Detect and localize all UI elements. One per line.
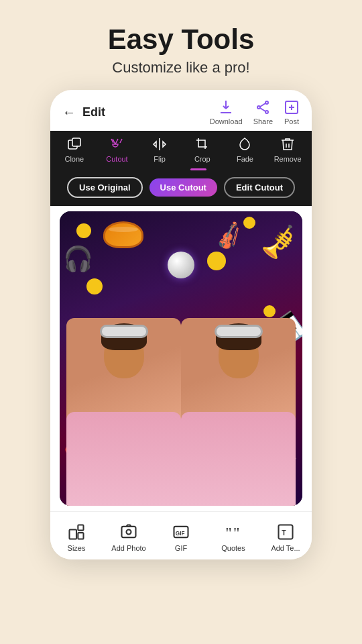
photo-background: 🎻 🎺 🎹 🎧 🎸 🎸 📯 <box>60 211 302 506</box>
clone-label: Clone <box>64 155 84 163</box>
svg-text:": " <box>225 524 232 541</box>
svg-text:GIF: GIF <box>176 530 185 536</box>
sizes-icon <box>67 523 86 541</box>
add-text-label: Add Te... <box>271 544 300 552</box>
svg-text:T: T <box>282 528 286 536</box>
tool-cutout[interactable]: Cutout <box>99 136 134 163</box>
crop-icon <box>194 136 210 152</box>
person-right <box>181 318 296 506</box>
add-photo-label: Add Photo <box>111 544 145 552</box>
share-action[interactable]: Share <box>253 99 273 125</box>
gif-icon: GIF <box>172 523 190 541</box>
flip-icon <box>152 136 168 152</box>
page-header: Easy Tools Customize like a pro! <box>95 0 268 90</box>
svg-rect-9 <box>70 529 77 539</box>
svg-line-4 <box>260 108 265 111</box>
disco-ball <box>168 252 194 278</box>
tool-clone[interactable]: Clone <box>57 136 92 163</box>
flip-label: Flip <box>154 155 166 163</box>
svg-point-1 <box>257 106 260 109</box>
tool-flip[interactable]: Flip <box>142 136 177 163</box>
top-bar: ← Edit Download Share Post <box>50 90 312 131</box>
nav-quotes[interactable]: " " Quotes <box>212 523 255 552</box>
remove-icon <box>280 136 296 152</box>
person-left <box>66 318 181 506</box>
svg-point-2 <box>265 111 268 113</box>
phone-mockup: ← Edit Download Share Post <box>50 90 312 559</box>
svg-point-13 <box>127 529 131 534</box>
top-bar-left: ← Edit <box>62 105 105 120</box>
top-bar-right: Download Share Post <box>210 99 300 125</box>
svg-rect-10 <box>78 525 83 530</box>
add-text-icon: T <box>276 523 295 541</box>
headphones-sticker: 🎧 <box>63 245 93 273</box>
nav-gif[interactable]: GIF GIF <box>160 523 202 552</box>
post-label: Post <box>284 117 299 125</box>
svg-line-3 <box>260 103 265 107</box>
svg-line-8 <box>120 139 122 143</box>
share-label: Share <box>253 117 273 125</box>
download-action[interactable]: Download <box>210 99 243 125</box>
trumpet-sticker: 🎺 <box>257 222 300 263</box>
nav-add-photo[interactable]: Add Photo <box>107 523 150 552</box>
svg-rect-11 <box>78 533 83 539</box>
drum-sticker <box>103 221 143 248</box>
remove-label: Remove <box>274 155 302 163</box>
people-area <box>60 305 302 506</box>
violin-sticker: 🎻 <box>212 219 246 252</box>
page-title: Easy Tools <box>108 24 255 55</box>
tool-remove[interactable]: Remove <box>270 136 305 163</box>
quotes-icon: " " <box>224 523 243 541</box>
use-original-button[interactable]: Use Original <box>67 177 143 198</box>
page-subtitle: Customize like a pro! <box>108 59 255 76</box>
image-canvas: 🎻 🎺 🎹 🎧 🎸 🎸 📯 <box>60 211 302 506</box>
nav-sizes[interactable]: Sizes <box>55 523 98 552</box>
svg-rect-6 <box>72 138 80 146</box>
share-icon <box>255 99 271 115</box>
bottom-nav: Sizes Add Photo GIF GIF " " Quotes <box>50 511 312 559</box>
post-icon <box>284 99 300 115</box>
svg-text:": " <box>233 524 240 541</box>
download-label: Download <box>210 117 243 125</box>
quotes-label: Quotes <box>221 544 245 552</box>
svg-rect-12 <box>122 527 136 537</box>
fade-label: Fade <box>237 155 253 163</box>
cutout-options: Use Original Use Cutout Edit Cutout <box>50 172 312 206</box>
sizes-label: Sizes <box>68 544 86 552</box>
tool-fade[interactable]: Fade <box>227 136 262 163</box>
cutout-icon <box>109 136 125 152</box>
post-action[interactable]: Post <box>284 99 300 125</box>
nav-add-text[interactable]: T Add Te... <box>264 523 307 552</box>
edit-cutout-button[interactable]: Edit Cutout <box>224 177 295 198</box>
edit-label: Edit <box>82 105 105 119</box>
fade-icon <box>237 136 253 152</box>
gif-label: GIF <box>175 544 187 552</box>
crop-label: Crop <box>194 155 210 163</box>
back-button[interactable]: ← <box>62 105 76 120</box>
use-cutout-button[interactable]: Use Cutout <box>149 178 217 197</box>
image-area: 🎻 🎺 🎹 🎧 🎸 🎸 📯 <box>60 211 302 506</box>
cutout-label: Cutout <box>106 155 127 163</box>
add-photo-icon <box>119 523 138 541</box>
clone-icon <box>66 136 82 152</box>
tool-bar: Clone Cutout Flip Crop Fad <box>50 131 312 168</box>
download-icon <box>218 99 234 115</box>
svg-point-0 <box>265 101 268 104</box>
tool-crop[interactable]: Crop <box>185 136 220 163</box>
